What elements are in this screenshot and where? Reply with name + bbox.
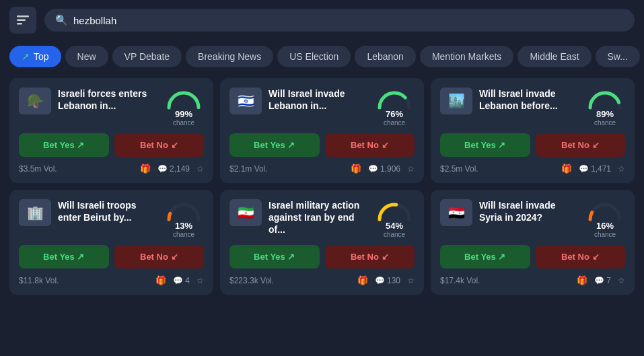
card-6-gauge: 16% chance [585,199,625,238]
card-5-title: Israel military action against Iran by e… [269,199,367,236]
tab-sw-label: Sw... [608,51,628,62]
card-1-comments: 💬 2,149 [157,164,190,174]
card-2: 🇮🇱 Will Israel invade Lebanon in... 76% … [220,78,424,183]
card-5-footer-right: 🎁 💬 130 ☆ [357,275,415,285]
tab-vp-debate[interactable]: VP Debate [112,46,182,67]
card-3-bet-yes[interactable]: Bet Yes ↗ [440,133,530,157]
tab-sw[interactable]: Sw... [596,46,640,67]
card-1-volume: $3.5m Vol. [19,164,57,174]
card-6-chance: 16% [596,221,614,231]
search-input[interactable] [73,15,624,26]
card-5-bet-no[interactable]: Bet No ↙ [325,245,415,269]
card-4-gift-icon[interactable]: 🎁 [155,275,166,285]
card-6-comments: 💬 7 [594,276,611,285]
tab-new[interactable]: New [65,46,108,67]
card-6-bet-no[interactable]: Bet No ↙ [536,245,626,269]
tabs-bar: ↗ Top New VP Debate Breaking News US Ele… [0,40,644,73]
comment-icon: 💬 [594,276,604,285]
card-3-gift-icon[interactable]: 🎁 [561,164,572,174]
card-1-bet-yes[interactable]: Bet Yes ↗ [19,133,109,157]
card-3-gauge: 89% chance [585,87,625,127]
card-6-footer-right: 🎁 💬 7 ☆ [577,275,625,285]
card-5-bet-buttons: Bet Yes ↗ Bet No ↙ [229,245,415,269]
card-3-title: Will Israel invade Lebanon before... [479,87,578,112]
tab-us-election[interactable]: US Election [277,46,351,67]
svg-rect-0 [17,15,29,17]
card-2-footer-right: 🎁 💬 1,906 ☆ [351,164,415,174]
card-1-chance: 99% [175,109,192,119]
card-3-image: 🏙️ [440,87,472,114]
card-5-gift-icon[interactable]: 🎁 [357,275,368,285]
card-6-volume: $17.4k Vol. [440,276,480,285]
tab-lebanon-label: Lebanon [367,51,404,62]
card-4: 🏢 Will Israeli troops enter Beirut by...… [9,190,213,295]
card-1-gift-icon[interactable]: 🎁 [140,164,151,174]
card-3-bet-no[interactable]: Bet No ↙ [536,133,626,157]
card-3-star-icon[interactable]: ☆ [618,164,625,174]
card-4-bet-no[interactable]: Bet No ↙ [114,245,205,269]
card-3: 🏙️ Will Israel invade Lebanon before... … [431,78,635,183]
card-5-bet-yes[interactable]: Bet Yes ↗ [229,245,320,269]
card-4-chance-label: chance [173,231,194,238]
card-1-top: 🪖 Israeli forces enters Lebanon in... 99… [19,87,204,127]
card-2-bet-yes[interactable]: Bet Yes ↗ [229,133,320,157]
card-4-footer-right: 🎁 💬 4 ☆ [155,275,204,285]
tab-top[interactable]: ↗ Top [9,46,61,67]
card-6-top: 🇸🇾 Will Israel invade Syria in 2024? 16%… [440,199,625,238]
card-6-star-icon[interactable]: ☆ [618,276,625,285]
tab-middle-east-label: Middle East [530,51,579,62]
card-3-chance-label: chance [594,119,616,127]
comment-icon: 💬 [157,164,168,174]
card-5-footer: $223.3k Vol. 🎁 💬 130 ☆ [229,275,415,285]
card-5-star-icon[interactable]: ☆ [407,276,415,285]
card-6-gift-icon[interactable]: 🎁 [577,275,587,285]
card-2-bet-no[interactable]: Bet No ↙ [325,133,415,157]
card-2-star-icon[interactable]: ☆ [407,164,415,174]
tab-mention-markets[interactable]: Mention Markets [420,46,513,67]
card-2-gauge: 76% chance [374,87,415,127]
card-2-chance-label: chance [384,119,405,127]
card-4-star-icon[interactable]: ☆ [196,276,204,285]
card-5-image: 🇮🇷 [229,199,262,226]
card-1: 🪖 Israeli forces enters Lebanon in... 99… [9,78,213,183]
card-6-bet-buttons: Bet Yes ↗ Bet No ↙ [440,245,625,269]
card-5: 🇮🇷 Israel military action against Iran b… [220,190,424,295]
card-4-gauge: 13% chance [164,199,204,238]
filter-button[interactable] [9,7,36,34]
tab-lebanon[interactable]: Lebanon [355,46,416,67]
card-2-comments: 💬 1,906 [368,164,400,174]
comment-icon: 💬 [368,164,378,174]
card-3-chance: 89% [596,109,614,119]
trend-icon: ↗ [22,51,30,62]
tab-us-election-label: US Election [289,51,338,62]
card-6: 🇸🇾 Will Israel invade Syria in 2024? 16%… [431,190,635,295]
card-1-star-icon[interactable]: ☆ [196,164,204,174]
card-4-title: Will Israeli troops enter Beirut by... [58,199,157,223]
tab-vp-debate-label: VP Debate [124,51,170,62]
svg-rect-1 [17,20,26,22]
card-1-bet-no[interactable]: Bet No ↙ [114,133,205,157]
card-2-chance: 76% [386,109,403,119]
card-1-title: Israeli forces enters Lebanon in... [58,87,157,112]
card-5-gauge: 54% chance [374,199,415,238]
card-3-top: 🏙️ Will Israel invade Lebanon before... … [440,87,625,127]
card-2-top: 🇮🇱 Will Israel invade Lebanon in... 76% … [229,87,415,127]
search-icon: 🔍 [55,14,68,26]
card-2-volume: $2.1m Vol. [229,164,268,174]
card-6-chance-label: chance [594,231,616,238]
card-4-comments: 💬 4 [173,276,190,285]
card-6-title: Will Israel invade Syria in 2024? [479,199,578,223]
card-3-comments: 💬 1,471 [579,164,611,174]
card-1-gauge: 99% chance [164,87,204,127]
card-5-top: 🇮🇷 Israel military action against Iran b… [229,199,415,238]
card-1-footer: $3.5m Vol. 🎁 💬 2,149 ☆ [19,164,204,174]
card-2-left: 🇮🇱 Will Israel invade Lebanon in... [229,87,367,114]
tab-middle-east[interactable]: Middle East [517,46,591,67]
card-1-image: 🪖 [19,87,51,114]
tab-breaking-news[interactable]: Breaking News [186,46,273,67]
card-4-bet-yes[interactable]: Bet Yes ↗ [19,245,109,269]
card-3-volume: $2.5m Vol. [440,164,478,174]
card-6-left: 🇸🇾 Will Israel invade Syria in 2024? [440,199,578,226]
card-6-bet-yes[interactable]: Bet Yes ↗ [440,245,530,269]
card-2-gift-icon[interactable]: 🎁 [351,164,361,174]
